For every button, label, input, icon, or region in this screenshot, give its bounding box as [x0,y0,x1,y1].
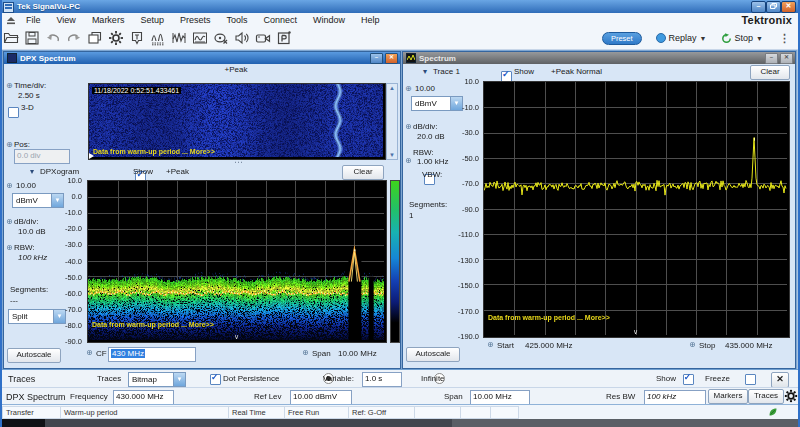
app-menu-icon[interactable] [6,16,16,25]
redo-icon[interactable] [63,28,84,48]
pos-input[interactable]: 0.0 div [14,149,70,164]
dpx-spectrogram-plot[interactable]: 11/18/2022 0:52:51.433461 Data from warm… [88,83,386,160]
preset-p-icon[interactable] [273,28,294,48]
dpxogram-y-axis: 10.00.0-10.0-20.0-30.0-40.0-50.0-60.0-70… [48,180,84,341]
spectrum-cf-marker: ∨ [633,328,638,336]
dpxogram-caret-icon[interactable]: ▾ [30,167,34,176]
camera-icon[interactable] [252,28,273,48]
waveform-icon[interactable] [168,28,189,48]
traces-field-label: Traces [97,374,121,383]
stop-value[interactable]: 435.000 MHz [725,341,773,350]
cf-knob-icon[interactable]: ⊕ [86,348,93,357]
span-value[interactable]: 10.00 MHz [338,349,377,358]
trace-caret-icon[interactable]: ▾ [423,67,427,76]
threed-checkbox[interactable] [8,107,19,118]
menu-item-window[interactable]: Window [305,15,353,25]
marker-tag-icon[interactable] [126,28,147,48]
panel-show-checkbox[interactable]: ✓ [683,374,694,385]
close-settings-button[interactable]: ✕ [771,372,789,388]
markers-button[interactable]: Markers [708,389,748,404]
spectrum-rbw-knob-icon[interactable]: ⊕ [405,156,412,165]
preset-button[interactable]: Preset [602,32,642,45]
freeze-checkbox[interactable] [745,374,756,385]
menu-item-file[interactable]: File [18,15,49,25]
replay-label: Replay [669,33,697,43]
span-input[interactable]: 10.00 MHz [470,390,530,405]
spectrum-plot[interactable]: Data from warm-up period ... More>> ∨ [483,81,790,338]
scroll-up-icon[interactable]: ▲ [387,84,397,92]
dpx-close-button[interactable]: ✕ [385,53,398,64]
reflevel-knob-icon[interactable]: ⊕ [6,181,13,190]
frequency-input[interactable]: 430.000 MHz [113,390,174,405]
dpx-spectrum-icon[interactable] [147,28,168,48]
spectrum-minimize-button[interactable]: – [765,53,778,64]
iq-signal-icon[interactable] [189,28,210,48]
dot-persistence-checkbox[interactable]: ✓ [210,374,221,385]
pane-splitter-handle[interactable]: ⋯ [234,157,244,167]
dbdiv-knob-icon[interactable]: ⊕ [6,217,13,226]
spectrum-dbdiv-knob-icon[interactable]: ⊕ [405,122,412,131]
settings-gear-icon[interactable] [105,28,126,48]
spectrum-window-titlebar[interactable]: Spectrum – ✕ [403,52,795,64]
y-tick-label: 10.0 [67,176,82,185]
dpxogram-warmup-overlay[interactable]: Data from warm-up period ... More>> [92,321,214,328]
spectrum-ref-level-value[interactable]: 10.00 [415,84,435,93]
windows-icon[interactable] [84,28,105,48]
stop-control[interactable]: Stop ▼ [721,33,763,44]
menu-item-tools[interactable]: Tools [218,15,255,25]
reflev-input[interactable]: 10.00 dBmV [290,390,352,405]
menu-item-view[interactable]: View [49,15,84,25]
spectrum-warmup-overlay[interactable]: Data from warm-up period ... More>> [488,314,610,321]
timediv-value[interactable]: 2.50 s [18,91,40,100]
variable-input[interactable]: 1.0 s [362,372,402,387]
save-icon[interactable] [21,28,42,48]
spectrum-autoscale-button[interactable]: Autoscale [406,347,460,362]
scroll-down-icon[interactable]: ▼ [387,151,397,159]
span-knob-icon[interactable]: ⊕ [302,348,309,357]
resbw-input[interactable]: 100 kHz [644,390,706,405]
ref-level-value[interactable]: 10.00 [16,181,36,190]
dpxogram-clear-button[interactable]: Clear [342,165,384,180]
more-options-icon[interactable]: ⋮ [779,32,790,45]
minimize-button[interactable]: – [751,1,766,13]
spectrogram-scrollbar[interactable]: ▲ ▼ [386,83,398,160]
dbdiv-value[interactable]: 10.0 dB [18,227,46,236]
start-value[interactable]: 425.000 MHz [525,341,573,350]
open-icon[interactable] [0,28,21,48]
stop-knob-icon[interactable]: ⊕ [689,340,696,349]
y-tick-label: -90.0 [65,337,82,346]
speaker-icon[interactable] [231,28,252,48]
spectrogram-warmup-overlay[interactable]: Data from warm-up period ... More>> [93,148,215,155]
menu-item-setup[interactable]: Setup [132,15,172,25]
dpx-window-titlebar[interactable]: DPX Spectrum – ✕ [4,52,400,64]
settings-gear-button[interactable] [784,389,798,403]
timediv-knob-icon[interactable]: ⊕ [6,81,13,90]
spectrum-clear-button[interactable]: Clear [750,65,790,80]
menu-item-connect[interactable]: Connect [255,15,305,25]
close-button[interactable]: ✕ [781,1,796,13]
start-knob-icon[interactable]: ⊕ [487,340,494,349]
spectrum-reflevel-knob-icon[interactable]: ⊕ [405,84,412,93]
restore-button[interactable] [766,1,781,13]
y-tick-label: -90.0 [462,205,479,214]
dpx-minimize-button[interactable]: – [370,53,383,64]
vbw-label: VBW: [422,170,442,179]
menu-item-help[interactable]: Help [353,15,388,25]
menu-item-markers[interactable]: Markers [84,15,133,25]
dpxogram-plot[interactable]: Data from warm-up period ... More>> ∨ [87,180,387,343]
toolbar: Preset Replay ▼ Stop ▼ ⋮ [0,27,800,50]
cf-input[interactable]: 430 MHz [108,347,196,362]
spectrum-close-button[interactable]: ✕ [780,53,793,64]
dpx-autoscale-button[interactable]: Autoscale [7,348,61,363]
dpxogram-detection-label: +Peak [166,167,189,176]
undo-icon[interactable] [42,28,63,48]
replay-control[interactable]: Replay ▼ [656,33,707,43]
rbw-value[interactable]: 100 kHz [18,253,47,262]
menu-item-presets[interactable]: Presets [172,15,219,25]
traces-button[interactable]: Traces [748,389,784,404]
rbw-knob-icon[interactable]: ⊕ [6,243,13,252]
app-titlebar[interactable]: Tek SignalVu-PC – ✕ [0,0,800,13]
pos-knob-icon[interactable]: ⊕ [6,140,13,149]
touch-icon[interactable] [210,28,231,48]
trace-type-select[interactable]: Bitmap ▼ [128,372,186,387]
